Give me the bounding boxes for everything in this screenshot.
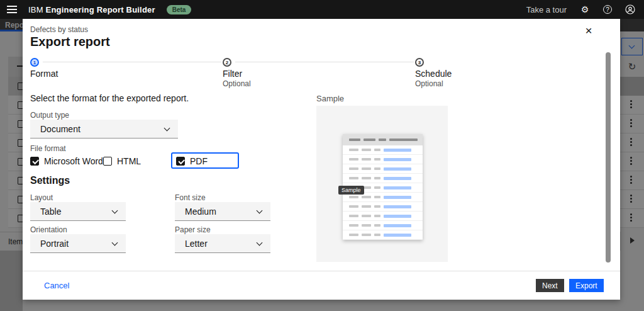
checkbox-microsoft-word[interactable]: Microsoft Word	[30, 156, 103, 166]
checkbox-box	[103, 157, 112, 166]
modal-title: Export report	[30, 35, 110, 49]
sample-doc-row	[343, 230, 423, 240]
step-3-circle: 3	[415, 58, 424, 67]
chevron-down-icon	[112, 208, 118, 214]
step-connector	[43, 62, 221, 62]
output-type-label: Output type	[30, 111, 69, 120]
layout-label: Layout	[30, 193, 53, 202]
checkbox-label: HTML	[117, 156, 141, 166]
gear-icon[interactable]: ⚙	[580, 4, 590, 14]
sample-doc-row	[343, 145, 423, 155]
sample-doc-row	[343, 221, 423, 230]
settings-heading: Settings	[30, 175, 70, 186]
output-type-select[interactable]: Document	[30, 120, 178, 139]
modal-footer: Cancel Next Export	[23, 271, 620, 300]
paper-size-value: Letter	[185, 239, 208, 249]
checkbox-label: PDF	[190, 156, 208, 166]
step-2-circle: 2	[223, 58, 231, 67]
sample-doc-row	[343, 155, 423, 164]
checkbox-pdf[interactable]: PDF	[176, 156, 208, 166]
output-type-value: Document	[40, 124, 80, 134]
cancel-button[interactable]: Cancel	[44, 281, 69, 290]
orientation-select[interactable]: Portrait	[30, 234, 126, 253]
step-2-optional: Optional	[223, 79, 251, 88]
font-size-value: Medium	[185, 206, 216, 217]
paper-size-select[interactable]: Letter	[175, 234, 270, 253]
checkbox-box	[176, 157, 185, 166]
checkbox-box	[30, 157, 39, 166]
file-format-label: File format	[30, 144, 66, 153]
take-a-tour-link[interactable]: Take a tour	[526, 5, 567, 14]
sample-label: Sample	[316, 94, 344, 103]
step-1-circle: 1	[30, 58, 39, 67]
export-report-modal: Defects by status Export report × 1 Form…	[23, 19, 620, 300]
sample-doc-row	[343, 212, 423, 221]
chevron-down-icon	[164, 125, 170, 132]
app: IBM Engineering Report Builder Beta Take…	[0, 0, 644, 311]
checkbox-label: Microsoft Word	[44, 156, 103, 166]
paper-size-label: Paper size	[175, 225, 211, 234]
orientation-value: Portrait	[40, 239, 69, 249]
modal-scrollbar[interactable]	[606, 52, 611, 263]
orientation-label: Orientation	[30, 225, 67, 234]
step-1-label: Format	[30, 69, 58, 79]
step-3-optional: Optional	[415, 79, 443, 88]
chevron-down-icon	[112, 240, 118, 246]
brand-prefix: IBM	[28, 5, 43, 14]
modal-instruction: Select the format for the exported repor…	[30, 93, 189, 103]
app-title: IBM Engineering Report Builder	[28, 5, 155, 14]
next-button[interactable]: Next	[536, 279, 564, 292]
user-icon[interactable]	[625, 4, 635, 14]
close-icon[interactable]: ×	[581, 24, 596, 39]
layout-select[interactable]: Table	[30, 202, 126, 221]
step-2-label: Filter	[223, 69, 242, 79]
sample-tooltip: Sample	[338, 186, 364, 195]
font-size-select[interactable]: Medium	[175, 202, 270, 221]
help-icon[interactable]: ?	[603, 5, 612, 14]
sample-panel	[316, 106, 448, 262]
top-header-bar: IBM Engineering Report Builder Beta Take…	[0, 0, 644, 19]
sample-doc-row	[343, 164, 423, 174]
font-size-label: Font size	[175, 193, 206, 202]
beta-badge: Beta	[167, 5, 192, 14]
menu-icon[interactable]	[7, 6, 17, 13]
header-actions: Take a tour ⚙ ?	[526, 4, 644, 14]
step-3-label: Schedule	[415, 69, 452, 79]
brand-name: Engineering Report Builder	[46, 5, 155, 14]
sample-doc-header	[343, 134, 423, 145]
sample-doc-row	[343, 174, 423, 183]
modal-context-label: Defects by status	[30, 25, 88, 34]
chevron-down-icon	[257, 240, 263, 246]
step-connector	[235, 62, 414, 62]
checkbox-html[interactable]: HTML	[103, 156, 141, 166]
chevron-down-icon	[257, 208, 263, 214]
sample-doc-row	[343, 202, 423, 212]
export-button[interactable]: Export	[569, 279, 604, 292]
layout-value: Table	[40, 206, 61, 217]
